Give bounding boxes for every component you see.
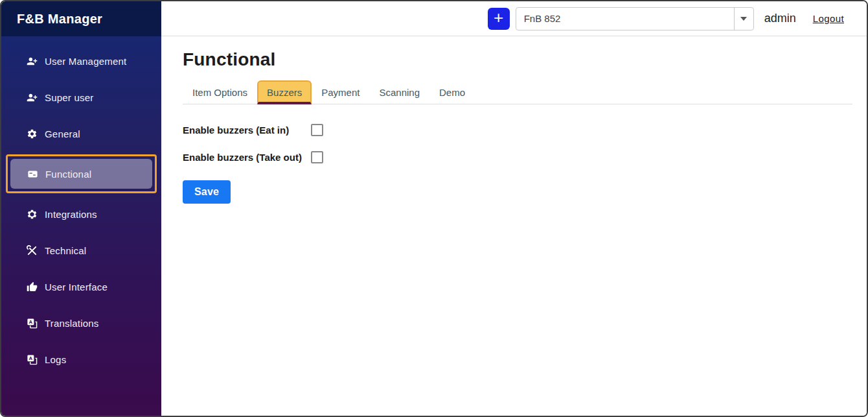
sidebar: F&B Manager User Management Super user G…	[1, 1, 161, 416]
main-content: Functional Item Options Buzzers Payment …	[161, 36, 867, 416]
sidebar-item-functional[interactable]: Functional	[10, 159, 152, 189]
gear-icon	[26, 208, 38, 220]
tab-scanning[interactable]: Scanning	[369, 80, 429, 104]
sidebar-nav: User Management Super user General	[1, 36, 161, 416]
sidebar-item-label: Technical	[45, 245, 86, 256]
sidebar-item-super-user[interactable]: Super user	[1, 79, 161, 115]
venue-select[interactable]: FnB 852	[516, 7, 754, 30]
sidebar-item-label: User Interface	[45, 281, 108, 292]
person-add-icon	[26, 55, 38, 67]
svg-text:A: A	[29, 319, 32, 325]
field-row: Enable buzzers (Take out)	[183, 143, 852, 171]
active-item-highlight-box: Functional	[6, 154, 157, 193]
username-label: admin	[764, 12, 796, 25]
sidebar-item-technical[interactable]: Technical	[1, 232, 161, 268]
sidebar-item-label: Super user	[45, 92, 93, 103]
sidebar-item-user-interface[interactable]: User Interface	[1, 268, 161, 305]
sidebar-item-label: User Management	[45, 56, 126, 67]
sidebar-item-label: Integrations	[45, 209, 97, 220]
venue-select-value: FnB 852	[516, 8, 734, 30]
buzzers-form: Enable buzzers (Eat in) Enable buzzers (…	[183, 116, 852, 204]
add-button[interactable]: +	[488, 8, 510, 30]
sidebar-item-translations[interactable]: A Translations	[1, 305, 161, 341]
field-label: Enable buzzers (Take out)	[183, 152, 311, 163]
main-column: + FnB 852 admin Logout Functional Item O…	[161, 1, 867, 416]
field-label: Enable buzzers (Eat in)	[183, 125, 311, 136]
select-arrow-button[interactable]	[734, 8, 753, 30]
tab-item-options[interactable]: Item Options	[183, 80, 257, 104]
chevron-down-icon	[740, 17, 747, 21]
card-icon	[27, 168, 38, 180]
thumb-up-icon	[26, 281, 38, 292]
sidebar-item-user-management[interactable]: User Management	[1, 43, 161, 79]
tab-demo[interactable]: Demo	[429, 80, 475, 104]
sidebar-item-integrations[interactable]: Integrations	[1, 196, 161, 232]
sidebar-item-logs[interactable]: A Logs	[1, 341, 161, 377]
tab-payment[interactable]: Payment	[312, 80, 369, 104]
page-title: Functional	[183, 49, 852, 70]
translate-icon: A	[26, 317, 38, 329]
field-row: Enable buzzers (Eat in)	[183, 116, 852, 143]
tab-bar: Item Options Buzzers Payment Scanning De…	[183, 80, 852, 104]
sidebar-item-general[interactable]: General	[1, 115, 161, 152]
translate-icon: A	[26, 353, 38, 365]
sidebar-item-label: Logs	[45, 354, 66, 365]
person-add-icon	[26, 91, 38, 103]
sidebar-item-label: Functional	[45, 169, 91, 180]
tab-buzzers[interactable]: Buzzers	[257, 80, 312, 104]
app-window: F&B Manager User Management Super user G…	[0, 0, 868, 417]
svg-text:A: A	[29, 355, 32, 361]
enable-buzzers-eat-in-checkbox[interactable]	[311, 124, 323, 136]
enable-buzzers-take-out-checkbox[interactable]	[311, 151, 323, 163]
topbar: + FnB 852 admin Logout	[161, 1, 867, 36]
logout-link[interactable]: Logout	[813, 13, 844, 24]
sidebar-item-label: General	[45, 128, 80, 139]
tools-icon	[26, 244, 38, 256]
save-button[interactable]: Save	[183, 180, 231, 204]
sidebar-item-label: Translations	[45, 318, 99, 329]
gear-icon	[26, 128, 38, 139]
app-title: F&B Manager	[1, 1, 161, 36]
